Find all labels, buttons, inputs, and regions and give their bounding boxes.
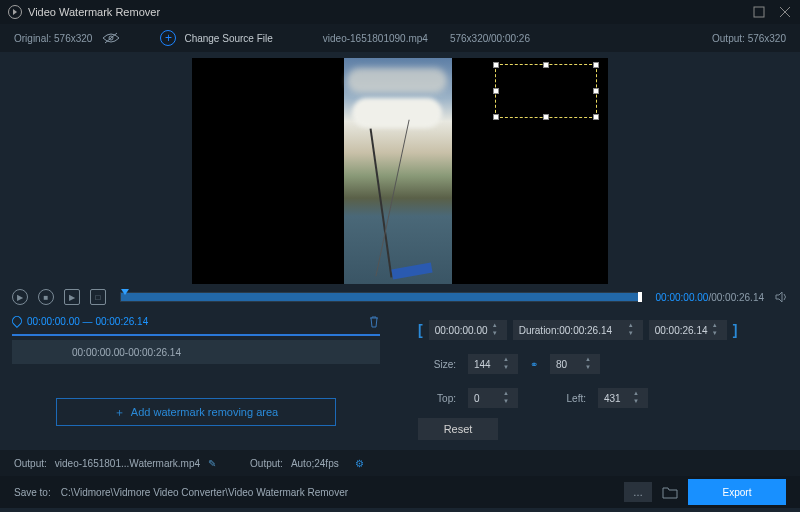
delete-clip-icon[interactable]: [368, 315, 380, 328]
timeline-scrubber[interactable]: [120, 292, 642, 302]
height-input[interactable]: 80▲▼: [550, 354, 600, 374]
range-duration-input[interactable]: Duration:00:00:26.14▲▼: [513, 320, 643, 340]
output-file-name: video-1651801...Watermark.mp4: [55, 458, 200, 469]
change-source-button[interactable]: Change Source File: [184, 33, 272, 44]
timecode: 00:00:00.00/00:00:26.14: [656, 292, 764, 303]
info-bar: Original: 576x320 + Change Source File v…: [0, 24, 800, 52]
save-to-label: Save to:: [14, 487, 51, 498]
add-watermark-area-button[interactable]: ＋Add watermark removing area: [56, 398, 336, 426]
minimize-button[interactable]: [752, 5, 766, 19]
playback-controls: ▶ ■ ▶ □ 00:00:00.00/00:00:26.14: [0, 284, 800, 310]
source-dims-duration: 576x320/00:00:26: [450, 33, 530, 44]
spin-up[interactable]: ▲: [489, 322, 501, 330]
volume-icon[interactable]: [774, 290, 788, 304]
range-end-input[interactable]: 00:00:26.14▲▼: [649, 320, 727, 340]
rename-output-icon[interactable]: ✎: [208, 458, 216, 469]
play-button[interactable]: ▶: [12, 289, 28, 305]
range-start-bracket-icon[interactable]: [: [418, 322, 423, 338]
watermark-selection-box[interactable]: [495, 64, 597, 118]
close-button[interactable]: [778, 5, 792, 19]
output-format-value: Auto;24fps: [291, 458, 339, 469]
left-label: Left:: [548, 393, 586, 404]
original-label: Original:: [14, 33, 51, 44]
app-logo-icon: [8, 5, 22, 19]
svg-rect-0: [754, 7, 764, 17]
spin-down[interactable]: ▼: [489, 330, 501, 338]
clip-row[interactable]: 00:00:00.00-00:00:26.14: [12, 340, 380, 364]
save-bar: Save to: C:\Vidmore\Vidmore Video Conver…: [0, 476, 800, 508]
output-file-label: Output:: [14, 458, 47, 469]
top-input[interactable]: 0▲▼: [468, 388, 518, 408]
video-preview[interactable]: [192, 58, 608, 284]
range-end-bracket-icon[interactable]: ]: [733, 322, 738, 338]
size-label: Size:: [418, 359, 456, 370]
source-filename: video-1651801090.mp4: [323, 33, 428, 44]
titlebar: Video Watermark Remover: [0, 0, 800, 24]
original-dims: 576x320: [54, 33, 92, 44]
preview-area: [0, 52, 800, 284]
export-button[interactable]: Export: [688, 479, 786, 505]
browse-button[interactable]: …: [624, 482, 652, 502]
output-format-label: Output:: [250, 458, 283, 469]
range-start-input[interactable]: 00:00:00.00▲▼: [429, 320, 507, 340]
properties-panel: [ 00:00:00.00▲▼ Duration:00:00:26.14▲▼ 0…: [392, 310, 800, 450]
open-folder-icon[interactable]: [662, 485, 678, 499]
stop-button[interactable]: ■: [38, 289, 54, 305]
reset-button[interactable]: Reset: [418, 418, 498, 440]
left-input[interactable]: 431▲▼: [598, 388, 648, 408]
app-title: Video Watermark Remover: [28, 6, 160, 18]
output-settings-icon[interactable]: ⚙: [355, 458, 364, 469]
output-bar: Output: video-1651801...Watermark.mp4 ✎ …: [0, 450, 800, 476]
active-clip-header[interactable]: 00:00:00.00 — 00:00:26.14: [12, 310, 380, 332]
preview-toggle-icon[interactable]: [102, 32, 120, 44]
prev-frame-button[interactable]: ▶: [64, 289, 80, 305]
aspect-lock-icon[interactable]: ⚭: [530, 359, 538, 370]
clip-marker-icon: [10, 314, 24, 328]
next-frame-button[interactable]: □: [90, 289, 106, 305]
output-dims: 576x320: [748, 33, 786, 44]
top-label: Top:: [418, 393, 456, 404]
save-path: C:\Vidmore\Vidmore Video Converter\Video…: [61, 487, 614, 498]
output-label: Output:: [712, 33, 745, 44]
add-source-icon[interactable]: +: [160, 30, 176, 46]
clips-panel: 00:00:00.00 — 00:00:26.14 00:00:00.00-00…: [0, 310, 392, 450]
playhead-icon[interactable]: [121, 289, 129, 295]
width-input[interactable]: 144▲▼: [468, 354, 518, 374]
